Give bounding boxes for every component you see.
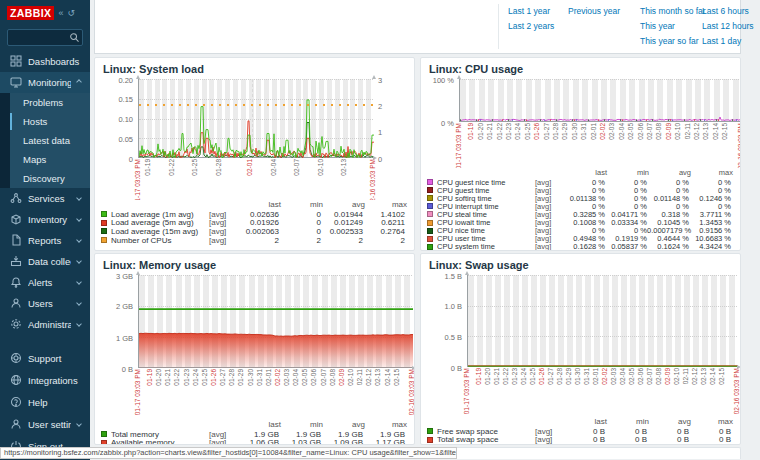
x-axis-label: 01-26 <box>533 123 540 140</box>
x-axis-label: 01-17 03:03 PM <box>134 369 141 415</box>
x-axis-label: 02-07 <box>646 123 653 140</box>
y-axis-label: 1.0 B <box>421 302 462 311</box>
filter-divider <box>498 4 499 49</box>
sidebar-item-monitoring[interactable]: Monitoring <box>0 72 90 93</box>
x-axis-label: 02-10 <box>673 368 680 385</box>
legend-swatch <box>427 187 433 193</box>
x-axis-label: 02-02 <box>599 123 606 140</box>
x-axis-label: 02-15 <box>718 368 725 385</box>
x-axis-label: 01-28 <box>228 369 235 386</box>
dashboards-icon <box>9 55 22 67</box>
sidebar-item-support[interactable]: Support <box>0 347 90 369</box>
sidebar-item-dashboards[interactable]: Dashboards <box>0 51 90 72</box>
legend-swatch <box>427 228 433 234</box>
sidebar-item-integrations[interactable]: Integrations <box>0 369 90 391</box>
x-axis-label: 02-07 <box>293 159 300 176</box>
time-range-link-previous-year[interactable]: Previous year <box>568 6 620 16</box>
legend-swatch <box>427 220 433 226</box>
sidebar-item-discovery[interactable]: Discovery <box>0 169 90 188</box>
time-range-link-last-6-hours[interactable]: Last 6 hours <box>702 6 749 16</box>
sidebar-item-problems[interactable]: Problems <box>0 93 90 112</box>
legend-header: lastminavgmax <box>427 417 734 426</box>
x-axis-label: 01-29 <box>565 368 572 385</box>
x-axis-label: 01-25 <box>529 368 536 385</box>
sidebar-item-help[interactable]: Help <box>0 391 90 413</box>
x-axis-label: 01-23 <box>511 368 518 385</box>
x-axis-label: 01-20 <box>484 368 491 385</box>
x-axis-label: 02-08 <box>655 123 662 140</box>
sidebar-item-administration[interactable]: Administration <box>0 314 90 335</box>
x-axis-label: 02-04 <box>292 369 299 386</box>
chart-legend: lastminavgmaxTotal memory[avg]1.9 GB1.9 … <box>95 420 414 445</box>
time-range-link-this-year[interactable]: This year <box>640 21 675 31</box>
x-axis-label: 01-20 <box>155 369 162 386</box>
x-axis-label: 01-19 <box>467 123 474 140</box>
sidebar-item-users[interactable]: Users <box>0 293 90 314</box>
x-axis-labels: 01-17 03:03 PM01-1901-2001-2101-2201-230… <box>421 122 740 168</box>
legend-swatch <box>101 440 107 445</box>
plot-zone: 3 GB2 GB1 GB0 B <box>95 275 414 368</box>
x-axis-label: 01-26 <box>538 368 545 385</box>
sidebar-item-services[interactable]: Services <box>0 188 90 209</box>
x-axis-label: 02-06 <box>637 368 644 385</box>
y-axis-label-right: 3 <box>378 76 382 85</box>
chevron-up-icon <box>76 79 82 85</box>
time-range-link-last-2-years[interactable]: Last 2 years <box>508 21 554 31</box>
sidebar-item-hosts[interactable]: Hosts <box>0 112 90 131</box>
sidebar-item-data-collection[interactable]: Data collection <box>0 251 90 272</box>
sidebar-item-reports[interactable]: Reports <box>0 230 90 251</box>
legend-swatch <box>101 228 107 234</box>
time-range-link-this-year-so-far[interactable]: This year so far <box>640 36 699 46</box>
services-icon <box>9 192 22 204</box>
time-range-link-this-month-so-far[interactable]: This month so far <box>640 6 706 16</box>
graph-plot-memory-usage[interactable] <box>138 275 412 368</box>
time-range-link-last-1-year[interactable]: Last 1 year <box>508 6 550 16</box>
x-axis-label: 01-25 <box>191 159 198 176</box>
sidebar-item-alerts[interactable]: Alerts <box>0 272 90 293</box>
x-axis-label: 01-24 <box>514 123 521 140</box>
graph-plot-swap-usage[interactable] <box>467 275 737 367</box>
time-range-link-last-12-hours[interactable]: Last 12 hours <box>702 21 754 31</box>
legend-swatch <box>427 211 433 217</box>
integrations-icon <box>9 374 22 386</box>
user-settings-icon <box>9 418 22 430</box>
graph-plot-system-load[interactable] <box>138 79 373 158</box>
sidebar-item-inventory[interactable]: Inventory <box>0 209 90 230</box>
sidebar-item-maps[interactable]: Maps <box>0 150 90 169</box>
x-axis-label: 01-22 <box>496 123 503 140</box>
collapse-sidebar-icon[interactable]: « <box>58 9 63 18</box>
next-chart-panel-partial <box>420 447 741 459</box>
status-url-tooltip: https://monitoring.bsfez.com/zabbix.php?… <box>0 447 457 459</box>
sidebar: ZABBIX « ↺ DashboardsMonitoringProblemsH… <box>0 0 90 460</box>
autohide-sidebar-icon[interactable]: ↺ <box>68 9 76 18</box>
y-axis-label: 3 GB <box>95 272 133 281</box>
x-axis-label: 01-29 <box>237 369 244 386</box>
x-axis-label: 01-30 <box>571 123 578 140</box>
x-axis-label: 01-31 <box>256 369 263 386</box>
y-axis-label: 2 GB <box>95 302 133 311</box>
x-axis-label: 02-08 <box>655 368 662 385</box>
sidebar-item-latest-data[interactable]: Latest data <box>0 131 90 150</box>
time-range-link-last-1-day[interactable]: Last 1 day <box>702 36 741 46</box>
cpu-count-line <box>139 104 373 106</box>
legend-swatch <box>101 211 107 217</box>
x-axis-labels: 01-17 03:03 PM01-1901-2201-2501-2802-010… <box>95 158 414 200</box>
legend-swatch <box>427 437 433 443</box>
chart-svg <box>460 79 741 122</box>
legend-swatch <box>427 244 433 250</box>
x-axis-label: 02-13 <box>700 368 707 385</box>
sidebar-item-user-settings[interactable]: User settings <box>0 413 90 435</box>
y-axis-label: 0.5 B <box>421 333 462 342</box>
x-axis-label: 02-07 <box>320 369 327 386</box>
legend-swatch <box>427 236 433 242</box>
x-axis-label: 01-22 <box>168 159 175 176</box>
chart-legend: lastminavgmaxCPU guest nice time[avg]0 %… <box>421 168 740 251</box>
graph-plot-cpu-usage[interactable] <box>459 79 741 122</box>
x-axis-label: 01-27 <box>219 369 226 386</box>
axis-arrow <box>136 75 140 79</box>
x-axis-labels: 01-17 03:03 PM01-1901-2001-2101-2201-230… <box>95 368 414 420</box>
x-axis-label: 02-01 <box>265 369 272 386</box>
zabbix-logo[interactable]: ZABBIX <box>7 6 54 20</box>
x-axis-label: 01-30 <box>574 368 581 385</box>
monitoring-icon <box>9 76 22 88</box>
